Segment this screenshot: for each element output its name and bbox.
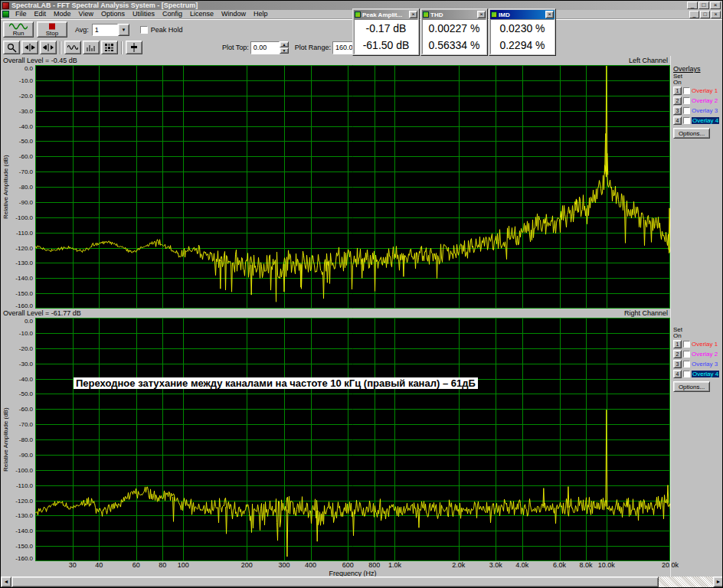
overlay-checkbox[interactable] — [683, 341, 690, 348]
scroll-thumb[interactable] — [11, 577, 659, 587]
y-tick-label: -120.0 — [15, 497, 33, 504]
time-series-view-button[interactable] — [64, 41, 81, 54]
child-minimize-button[interactable]: _ — [689, 11, 699, 18]
spectrum-bars-icon — [86, 44, 97, 51]
overlay-number-button[interactable]: 4 — [673, 116, 682, 125]
imd-panel[interactable]: IMD × 0.0230 % 0.2294 % — [489, 8, 556, 56]
menu-item-config[interactable]: Config — [159, 10, 186, 18]
spectrogram-view-button[interactable] — [101, 41, 118, 54]
zoom-out-x-button[interactable] — [40, 41, 57, 54]
overlay-number-button[interactable]: 4 — [673, 370, 682, 378]
channel-label-right: Right Channel — [624, 309, 668, 317]
level-fader-button[interactable] — [126, 41, 142, 54]
overlay-number-button[interactable]: 1 — [673, 340, 682, 348]
peak-hold-control[interactable]: Peak Hold — [140, 26, 183, 34]
menu-item-view[interactable]: View — [75, 10, 97, 18]
menu-item-file[interactable]: File — [11, 10, 31, 18]
avg-combo[interactable]: 1 ▼ — [92, 24, 129, 36]
overlay-checkbox[interactable] — [683, 371, 690, 377]
overlay-checkbox[interactable] — [683, 351, 690, 358]
menu-item-window[interactable]: Window — [218, 10, 250, 18]
menu-item-license[interactable]: License — [186, 10, 218, 18]
menu-item-options[interactable]: Options — [97, 10, 129, 18]
overlay-label[interactable]: Overlay 1 — [692, 87, 718, 94]
overlay-label[interactable]: Overlay 1 — [692, 341, 718, 348]
overlay-number-button[interactable]: 1 — [673, 87, 682, 95]
y-tick-label: -20.0 — [19, 92, 33, 99]
peak-hold-checkbox[interactable] — [140, 26, 148, 34]
peak-amplitude-titlebar[interactable]: Peak Amplit... × — [354, 10, 418, 19]
overlay-label[interactable]: Overlay 2 — [692, 351, 718, 358]
overlay-row: 3Overlay 3 — [673, 106, 723, 116]
overlay-checkbox[interactable] — [683, 107, 690, 114]
right-channel-chart: Overall Level = -61.77 dB Right Channel … — [1, 309, 670, 561]
overlay-label[interactable]: Overlay 3 — [692, 361, 718, 368]
menu-item-edit[interactable]: Edit — [31, 10, 51, 18]
zoom-in-x-button[interactable] — [21, 41, 38, 54]
app-icon[interactable] — [2, 2, 9, 9]
options-button-left[interactable]: Options... — [673, 128, 710, 139]
stop-button[interactable]: Stop — [37, 21, 67, 38]
child-close-button[interactable]: × — [711, 11, 721, 18]
peak-amplitude-close-button[interactable]: × — [409, 11, 417, 18]
overlay-number-button[interactable]: 3 — [673, 360, 682, 368]
overlay-number-button[interactable]: 2 — [673, 350, 682, 358]
x-tick-label: 3.0k — [489, 561, 502, 569]
avg-value[interactable]: 1 — [92, 24, 118, 36]
plot-top-spinner[interactable]: 0.00 ▲ ▼ — [250, 41, 289, 54]
plot-top-value[interactable]: 0.00 — [250, 41, 280, 54]
overlay-checkbox[interactable] — [683, 117, 690, 124]
overlay-label[interactable]: Overlay 4 — [692, 117, 719, 124]
menu-item-mode[interactable]: Mode — [50, 10, 75, 18]
run-button[interactable]: Run — [3, 21, 34, 38]
x-tick-label: 6.0k — [553, 561, 566, 569]
scroll-right-button[interactable]: ► — [713, 577, 723, 587]
spectrum-plot-left[interactable] — [35, 65, 670, 309]
overlay-label[interactable]: Overlay 4 — [692, 371, 719, 377]
y-axis-ticks-left: 0.0-10.0-20.0-30.0-40.0-50.0-60.0-70.0-8… — [10, 65, 34, 309]
peak-amplitude-panel[interactable]: Peak Amplit... × -0.17 dB -61.50 dB — [352, 8, 420, 56]
run-button-label: Run — [13, 30, 25, 37]
overlay-label[interactable]: Overlay 3 — [692, 107, 718, 114]
thd-right-value: 0.56334 % — [423, 37, 486, 54]
menu-item-help[interactable]: Help — [250, 10, 272, 18]
minimize-button[interactable]: _ — [687, 2, 698, 9]
thd-titlebar[interactable]: THD × — [422, 10, 486, 19]
avg-dropdown-button[interactable]: ▼ — [118, 24, 129, 36]
child-restore-button[interactable]: □ — [700, 11, 710, 18]
imd-titlebar[interactable]: IMD × — [490, 10, 555, 19]
options-button-right[interactable]: Options... — [673, 381, 710, 392]
thd-close-button[interactable]: × — [477, 11, 486, 18]
zoom-button[interactable] — [3, 41, 20, 54]
close-button[interactable]: × — [710, 2, 721, 9]
spectrogram-grid-icon — [105, 44, 114, 51]
toolbar-separator2 — [121, 41, 123, 54]
zoom-in-x-icon — [25, 44, 35, 51]
spectrum-plot-right[interactable] — [35, 318, 670, 561]
overlay-checkbox[interactable] — [683, 361, 690, 368]
x-tick-label: 200 — [241, 561, 253, 569]
overall-level-right: Overall Level = -61.77 dB — [3, 309, 81, 317]
overlay-number-button[interactable]: 3 — [673, 106, 682, 115]
y-tick-label: -160.0 — [15, 302, 33, 309]
overlay-checkbox[interactable] — [683, 97, 690, 104]
meter-panels: Peak Amplit... × -0.17 dB -61.50 dB THD … — [352, 8, 556, 56]
thd-panel[interactable]: THD × 0.00227 % 0.56334 % — [420, 8, 488, 56]
horizontal-scrollbar[interactable]: ◄ ► — [1, 577, 723, 587]
scroll-track[interactable] — [659, 577, 713, 587]
overlay-checkbox[interactable] — [683, 87, 690, 94]
overlay-number-button[interactable]: 2 — [673, 96, 682, 105]
overlay-label[interactable]: Overlay 2 — [692, 97, 718, 104]
child-window-icon[interactable] — [2, 11, 9, 18]
x-tick-label: 400 — [305, 561, 316, 569]
scroll-left-button[interactable]: ◄ — [1, 577, 11, 587]
plot-top-down-button[interactable]: ▼ — [280, 47, 289, 54]
imd-close-button[interactable]: × — [545, 11, 554, 18]
spectrum-view-button[interactable] — [83, 41, 100, 54]
run-waveform-icon — [9, 23, 28, 30]
plot-top-up-button[interactable]: ▲ — [280, 41, 289, 47]
maximize-button[interactable]: □ — [698, 2, 709, 9]
overlays-title[interactable]: Overlays — [673, 65, 723, 73]
x-tick-label: 800 — [368, 561, 380, 569]
menu-item-utilities[interactable]: Utilities — [129, 10, 159, 18]
